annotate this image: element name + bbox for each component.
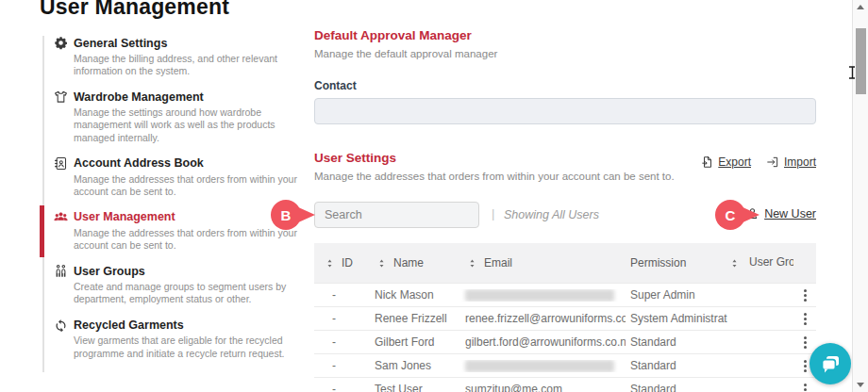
filter-divider: | bbox=[492, 206, 494, 220]
row-actions-kebab-icon[interactable] bbox=[801, 310, 810, 328]
sidebar-item-label: Wardrobe Management bbox=[74, 90, 204, 104]
column-header-label: Email bbox=[484, 256, 512, 270]
user-management-settings-page: User Management General SettingsManage t… bbox=[0, 0, 868, 392]
import-label: Import bbox=[784, 155, 816, 169]
showing-all-users-label: Showing All Users bbox=[504, 208, 599, 221]
cell-permission: System Administrator bbox=[626, 312, 727, 325]
sidebar-item-recycled-garments[interactable]: Recycled GarmentsView garments that are … bbox=[54, 318, 292, 359]
users-icon bbox=[54, 210, 68, 224]
table-row: -Test Usersumzitup@me.comStandard bbox=[314, 377, 816, 392]
sidebar-item-header: Recycled Garments bbox=[54, 318, 292, 332]
sidebar-item-wardrobe-management[interactable]: Wardrobe ManagementManage the settings a… bbox=[54, 90, 292, 143]
row-actions-kebab-icon[interactable] bbox=[801, 286, 810, 304]
sidebar-item-description: Manage the addresses that orders from wi… bbox=[74, 227, 298, 252]
cell-id: - bbox=[314, 359, 371, 372]
cell-id: - bbox=[314, 383, 371, 392]
cell-name: Sam Jones bbox=[371, 359, 461, 372]
sidebar-item-header: User Groups bbox=[54, 264, 292, 278]
approval-heading: Default Approval Manager bbox=[314, 28, 816, 42]
cell-name: Test User bbox=[371, 383, 461, 392]
user-settings-subtitle: Manage the addresses that orders from wi… bbox=[314, 171, 816, 182]
column-header-permission: Permission bbox=[626, 256, 727, 270]
sidebar-item-label: User Groups bbox=[74, 265, 145, 278]
settings-sidebar: General SettingsManage the billing addre… bbox=[42, 36, 292, 372]
search-input[interactable] bbox=[314, 202, 479, 228]
cell-id: - bbox=[314, 312, 371, 325]
cell-name: Nick Mason bbox=[371, 288, 461, 302]
sidebar-item-header: General Settings bbox=[54, 36, 292, 50]
scroll-down-arrow-icon[interactable] bbox=[857, 383, 864, 387]
sidebar-item-label: User Management bbox=[74, 210, 175, 223]
sidebar-item-label: General Settings bbox=[74, 37, 167, 50]
column-header-id[interactable]: ID bbox=[314, 256, 371, 270]
row-actions-kebab-icon[interactable] bbox=[801, 334, 810, 351]
cell-email: sumzitup@me.com bbox=[461, 383, 626, 392]
cell-name: Gilbert Ford bbox=[371, 335, 461, 349]
approval-subtitle: Manage the default approval manager bbox=[314, 48, 816, 59]
sidebar-item-account-address-book[interactable]: Account Address BookManage the addresses… bbox=[54, 156, 292, 198]
address-book-icon bbox=[54, 156, 68, 171]
chat-widget-button[interactable] bbox=[810, 343, 851, 384]
contact-input[interactable] bbox=[314, 98, 816, 124]
cell-email bbox=[461, 360, 626, 372]
gear-icon bbox=[54, 36, 68, 50]
column-header-label: User Group bbox=[749, 256, 789, 270]
sidebar-item-header: Account Address Book bbox=[54, 156, 292, 171]
users-table: IDNameEmailPermissionUser Group-Nick Mas… bbox=[314, 243, 816, 392]
cell-permission: Super Admin bbox=[626, 288, 727, 302]
user-settings-section: User Settings Manage the addresses that … bbox=[314, 151, 816, 182]
vertical-scrollbar[interactable] bbox=[852, 0, 868, 392]
cell-email bbox=[461, 289, 626, 302]
cell-id: - bbox=[314, 288, 371, 302]
cell-actions bbox=[793, 310, 816, 328]
table-row: -Sam JonesStandard bbox=[314, 353, 816, 377]
sidebar-item-user-management[interactable]: User ManagementManage the addresses that… bbox=[54, 210, 292, 252]
table-row: -Gilbert Fordgilbert.ford@arrowuniforms.… bbox=[314, 330, 816, 353]
redacted-email-blur bbox=[465, 360, 614, 372]
table-header-row: IDNameEmailPermissionUser Group bbox=[314, 243, 816, 283]
sort-icon bbox=[465, 256, 479, 270]
user-groups-icon bbox=[54, 264, 68, 278]
cell-name: Renee Frizzell bbox=[371, 312, 461, 325]
sort-icon bbox=[727, 256, 742, 270]
export-import-links: Export Import bbox=[700, 155, 816, 169]
page-title: User Management bbox=[40, 0, 229, 20]
column-header-name[interactable]: Name bbox=[371, 256, 461, 270]
tshirt-icon bbox=[54, 90, 68, 104]
export-link[interactable]: Export bbox=[700, 155, 751, 169]
sidebar-item-description: Manage the settings around how wardrobe … bbox=[74, 106, 298, 143]
annotation-balloon-b: B bbox=[270, 199, 317, 231]
text-cursor-icon bbox=[848, 66, 857, 83]
sidebar-item-user-groups[interactable]: User GroupsCreate and manage groups to s… bbox=[54, 264, 292, 305]
cell-email: renee.frizzell@arrowuniforms.co.nz bbox=[461, 312, 626, 325]
sidebar-item-header: Wardrobe Management bbox=[54, 90, 292, 104]
table-row: -Nick MasonSuper Admin bbox=[314, 283, 816, 306]
sidebar-item-general-settings[interactable]: General SettingsManage the billing addre… bbox=[54, 36, 292, 77]
sidebar-item-header: User Management bbox=[54, 210, 292, 224]
sidebar-item-description: View garments that are eligable for the … bbox=[74, 335, 298, 359]
column-header-email[interactable]: Email bbox=[461, 256, 626, 270]
recycle-icon bbox=[54, 318, 68, 332]
import-link[interactable]: Import bbox=[766, 155, 816, 169]
cell-actions bbox=[793, 381, 816, 392]
cell-email: gilbert.ford@arrowuniforms.co.nz bbox=[461, 335, 626, 349]
sidebar-item-description: Manage the addresses that orders from wi… bbox=[74, 173, 298, 198]
default-approval-manager-section: Default Approval Manager Manage the defa… bbox=[314, 28, 816, 124]
scrollbar-thumb[interactable] bbox=[856, 28, 866, 94]
redacted-email-blur bbox=[465, 289, 614, 302]
row-actions-kebab-icon[interactable] bbox=[801, 357, 810, 375]
row-actions-kebab-icon[interactable] bbox=[801, 381, 810, 392]
sidebar-item-label: Recycled Garments bbox=[74, 318, 184, 332]
column-header-user-group[interactable]: User Group bbox=[727, 256, 793, 270]
annotation-balloon-c: C bbox=[714, 199, 761, 231]
cell-actions bbox=[793, 286, 816, 304]
column-header-label: ID bbox=[342, 256, 353, 270]
import-icon bbox=[766, 155, 780, 169]
scroll-up-arrow-icon[interactable] bbox=[857, 5, 864, 9]
cell-id: - bbox=[314, 335, 371, 349]
sidebar-item-description: Manage the billing address, and other re… bbox=[74, 53, 298, 77]
annotation-letter-b: B bbox=[270, 199, 302, 231]
cell-permission: Standard bbox=[626, 335, 727, 349]
annotation-letter-c: C bbox=[714, 199, 746, 231]
sidebar-item-label: Account Address Book bbox=[74, 156, 204, 170]
